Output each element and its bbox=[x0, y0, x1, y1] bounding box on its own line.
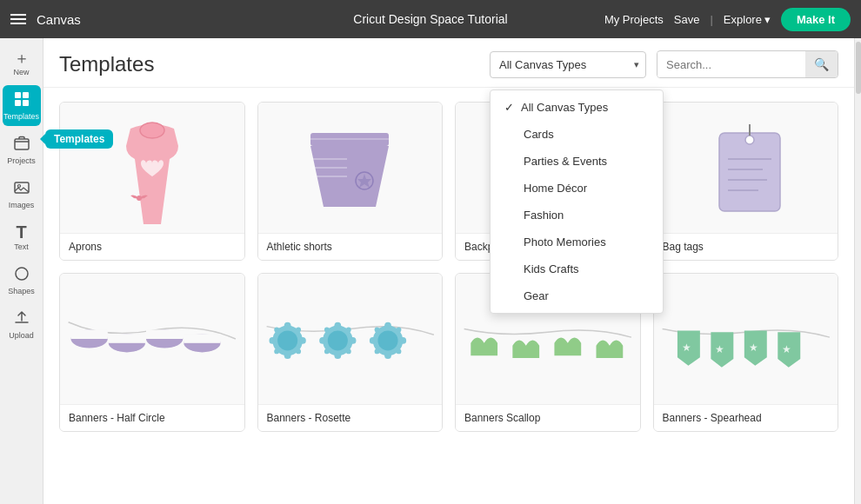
aprons-label: Aprons bbox=[60, 233, 244, 260]
sidebar-item-text[interactable]: T Text bbox=[3, 218, 41, 256]
aprons-image bbox=[60, 103, 244, 233]
sidebar-item-upload[interactable]: Upload bbox=[3, 304, 41, 345]
svg-rect-5 bbox=[15, 182, 29, 193]
banners-rosette-label: Banners - Rosette bbox=[258, 404, 443, 431]
template-grid-area: Aprons bbox=[43, 88, 854, 504]
images-icon bbox=[13, 179, 30, 199]
upload-icon bbox=[13, 309, 30, 329]
svg-point-56 bbox=[324, 328, 329, 333]
top-nav: Canvas Cricut Design Space Tutorial My P… bbox=[0, 0, 861, 38]
template-card-banners-spearhead[interactable]: ★ ★ ★ ★ Banners - Spearhead bbox=[653, 273, 839, 432]
svg-rect-3 bbox=[23, 100, 29, 106]
make-it-button[interactable]: Make It bbox=[781, 8, 851, 31]
svg-point-50 bbox=[349, 337, 356, 344]
svg-point-60 bbox=[399, 337, 406, 344]
banners-spearhead-label: Banners - Spearhead bbox=[654, 404, 838, 431]
template-card-banners-rosette[interactable]: Banners - Rosette bbox=[257, 273, 444, 432]
svg-text:★: ★ bbox=[748, 342, 758, 354]
svg-point-48 bbox=[327, 330, 347, 350]
svg-point-58 bbox=[377, 330, 397, 350]
template-card-aprons[interactable]: Aprons bbox=[59, 102, 245, 261]
filter-dropdown-container[interactable]: All Canvas Types Cards Parties & Events … bbox=[490, 51, 646, 78]
svg-point-45 bbox=[274, 349, 279, 355]
dropdown-item-all[interactable]: ✓ All Canvas Types bbox=[491, 94, 663, 121]
dropdown-item-home-decor[interactable]: Home Décor bbox=[491, 175, 663, 202]
svg-point-52 bbox=[319, 337, 326, 344]
sidebar-item-new[interactable]: ＋ New bbox=[3, 45, 41, 82]
dropdown-item-gear[interactable]: Gear bbox=[491, 282, 663, 309]
svg-text:★: ★ bbox=[681, 342, 691, 354]
svg-point-39 bbox=[284, 322, 290, 329]
sidebar-item-shapes[interactable]: Shapes bbox=[3, 260, 41, 301]
save-link[interactable]: Save bbox=[674, 13, 700, 26]
svg-point-41 bbox=[284, 352, 290, 359]
template-grid: Aprons bbox=[59, 102, 838, 432]
check-icon: ✓ bbox=[504, 101, 514, 114]
sidebar-label-shapes: Shapes bbox=[8, 287, 35, 295]
search-container: 🔍 bbox=[657, 50, 838, 78]
templates-tooltip: Templates bbox=[45, 129, 113, 149]
dropdown-item-parties[interactable]: Parties & Events bbox=[491, 148, 663, 175]
sidebar: ＋ New Templates Proje bbox=[0, 38, 43, 504]
template-card-shorts[interactable]: Athletic shorts bbox=[257, 102, 444, 261]
canvas-type-dropdown-menu: ✓ All Canvas Types Cards Parties & Event… bbox=[490, 90, 664, 314]
dropdown-item-fashion[interactable]: Fashion bbox=[491, 202, 663, 229]
hamburger-menu[interactable] bbox=[10, 14, 26, 24]
sidebar-label-images: Images bbox=[9, 201, 35, 209]
svg-rect-33 bbox=[70, 329, 107, 339]
svg-rect-1 bbox=[23, 92, 29, 98]
svg-rect-35 bbox=[146, 329, 183, 339]
scroll-thumb[interactable] bbox=[856, 42, 861, 94]
svg-text:★: ★ bbox=[715, 343, 724, 355]
search-button[interactable]: 🔍 bbox=[805, 51, 838, 77]
svg-point-53 bbox=[345, 328, 350, 333]
my-projects-link[interactable]: My Projects bbox=[604, 13, 664, 26]
scroll-track[interactable] bbox=[854, 38, 861, 504]
banners-scallop-label: Banners Scallop bbox=[456, 404, 640, 431]
dropdown-item-kids[interactable]: Kids Crafts bbox=[491, 255, 663, 282]
sidebar-item-images[interactable]: Images bbox=[3, 174, 41, 215]
svg-point-44 bbox=[296, 349, 301, 355]
svg-point-46 bbox=[274, 328, 279, 333]
explore-button[interactable]: Explore ▾ bbox=[724, 13, 771, 26]
svg-point-23 bbox=[745, 136, 754, 144]
svg-point-7 bbox=[16, 268, 28, 280]
svg-rect-34 bbox=[109, 334, 145, 343]
svg-point-65 bbox=[374, 349, 379, 355]
svg-point-54 bbox=[345, 349, 350, 355]
svg-rect-2 bbox=[15, 100, 21, 106]
banners-spearhead-image: ★ ★ ★ ★ bbox=[654, 274, 838, 404]
svg-point-42 bbox=[269, 337, 276, 344]
svg-point-6 bbox=[17, 185, 20, 188]
canvas-type-select[interactable]: All Canvas Types Cards Parties & Events … bbox=[490, 51, 646, 78]
dropdown-item-cards[interactable]: Cards bbox=[491, 121, 663, 148]
svg-point-51 bbox=[334, 352, 341, 359]
top-nav-right: My Projects Save | Explore ▾ Make It bbox=[604, 8, 851, 31]
svg-point-38 bbox=[277, 330, 297, 350]
svg-point-49 bbox=[334, 322, 341, 329]
shorts-image bbox=[258, 103, 443, 233]
shorts-label: Athletic shorts bbox=[258, 233, 443, 260]
template-card-bag-tags[interactable]: Bag tags bbox=[653, 102, 839, 261]
shapes-icon bbox=[13, 265, 30, 285]
page-center-title: Cricut Design Space Tutorial bbox=[353, 12, 507, 26]
svg-point-40 bbox=[299, 337, 306, 344]
sidebar-item-projects[interactable]: Projects bbox=[3, 129, 41, 170]
svg-point-43 bbox=[296, 328, 301, 333]
text-icon: T bbox=[16, 223, 26, 241]
template-card-banners-half-circle[interactable]: Banners - Half Circle bbox=[59, 273, 245, 432]
sidebar-label-upload: Upload bbox=[9, 331, 34, 340]
svg-point-62 bbox=[369, 337, 376, 344]
sidebar-item-templates[interactable]: Templates bbox=[3, 85, 41, 126]
svg-text:★: ★ bbox=[782, 343, 791, 355]
svg-point-61 bbox=[384, 352, 391, 359]
sidebar-label-projects: Projects bbox=[7, 156, 36, 165]
dropdown-item-photo[interactable]: Photo Memories bbox=[491, 229, 663, 255]
svg-rect-36 bbox=[184, 334, 220, 343]
content-header: Templates All Canvas Types Cards Parties… bbox=[43, 38, 854, 88]
main-content: Templates All Canvas Types Cards Parties… bbox=[43, 38, 854, 504]
svg-point-63 bbox=[396, 328, 401, 333]
search-input[interactable] bbox=[657, 52, 805, 77]
svg-rect-4 bbox=[15, 139, 29, 149]
banners-half-circle-label: Banners - Half Circle bbox=[60, 404, 244, 431]
